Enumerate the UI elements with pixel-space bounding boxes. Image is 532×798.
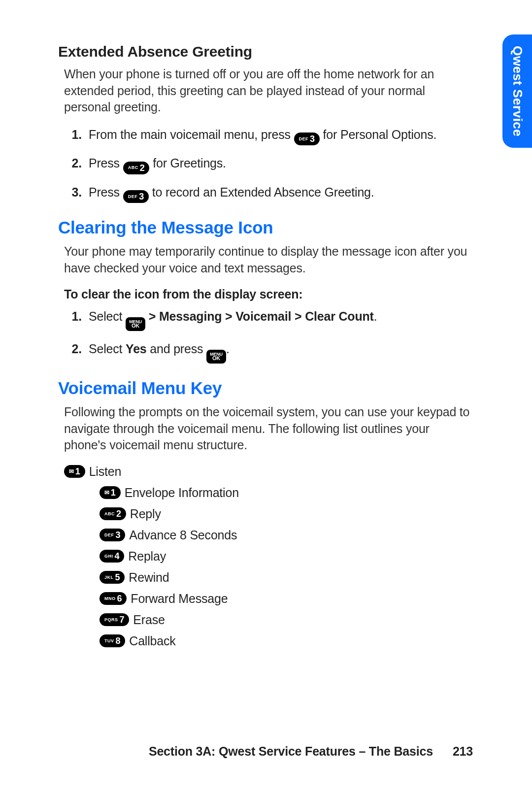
key-def3-icon: DEF3 — [100, 529, 125, 541]
menu-label: Replay — [128, 549, 166, 564]
heading-clearing-message-icon: Clearing the Message Icon — [58, 218, 473, 237]
step-item: 2. Press ABC2 for Greetings. — [64, 155, 473, 174]
step-content: Select Yes and press MENUOK. — [89, 341, 473, 364]
menu-label: Rewind — [129, 570, 169, 585]
subheading-clear-icon: To clear the icon from the display scree… — [64, 287, 473, 301]
menu-label: Reply — [130, 507, 161, 521]
menu-label: Forward Message — [131, 592, 228, 606]
steps-extended: 1. From the main voicemail menu, press D… — [64, 127, 473, 203]
steps-clearing: 1. Select MENUOK > Messaging > Voicemail… — [64, 308, 473, 364]
step-content: From the main voicemail menu, press DEF3… — [89, 127, 473, 146]
menu-path: > Messaging > Voicemail > Clear Count — [145, 309, 374, 323]
paragraph-clearing-intro: Your phone may temporarily continue to d… — [64, 243, 473, 276]
key-1-icon: ✉1 — [100, 486, 121, 499]
step-content: Press DEF3 to record an Extended Absence… — [89, 184, 473, 203]
key-def3-icon: DEF3 — [294, 133, 320, 145]
menu-label: Envelope Information — [125, 486, 239, 500]
page: Qwest Service Extended Absence Greeting … — [0, 0, 532, 798]
menu-label: Advance 8 Seconds — [129, 528, 237, 542]
step-item: 3. Press DEF3 to record an Extended Abse… — [64, 184, 473, 203]
footer-section-title: Section 3A: Qwest Service Features – The… — [149, 744, 433, 759]
key-1-icon: ✉1 — [64, 465, 85, 478]
voicemail-menu-tree: ✉1 Listen ✉1 Envelope Information ABC2 R… — [64, 465, 473, 648]
paragraph-menukey-intro: Following the prompts on the voicemail s… — [64, 404, 473, 454]
menu-item: JKL5 Rewind — [100, 570, 473, 585]
step-number: 1. — [64, 308, 82, 325]
menu-item: ✉1 Envelope Information — [100, 486, 473, 500]
menu-ok-icon: MENUOK — [126, 317, 145, 331]
menu-ok-icon: MENUOK — [206, 350, 226, 364]
step-number: 3. — [64, 184, 82, 201]
key-abc2-icon: ABC2 — [100, 507, 126, 520]
key-def3-icon: DEF3 — [123, 190, 149, 203]
menu-item: GHI4 Replay — [100, 549, 473, 564]
key-pqrs7-icon: PQRS7 — [100, 613, 129, 626]
heading-voicemail-menu-key: Voicemail Menu Key — [58, 378, 473, 398]
step-item: 1. From the main voicemail menu, press D… — [64, 127, 473, 146]
key-jkl5-icon: JKL5 — [100, 571, 125, 584]
step-content: Select MENUOK > Messaging > Voicemail > … — [89, 308, 473, 331]
page-number: 213 — [453, 744, 473, 759]
menu-item: TUV8 Callback — [100, 634, 473, 648]
key-mno6-icon: MNO6 — [100, 592, 127, 605]
step-number: 1. — [64, 127, 82, 143]
key-tuv8-icon: TUV8 — [100, 634, 125, 647]
key-ghi4-icon: GHI4 — [100, 550, 124, 563]
step-number: 2. — [64, 155, 82, 172]
key-abc2-icon: ABC2 — [123, 162, 150, 174]
page-footer: Section 3A: Qwest Service Features – The… — [0, 744, 532, 759]
menu-sub-list: ✉1 Envelope Information ABC2 Reply DEF3 … — [100, 486, 473, 648]
step-item: 2. Select Yes and press MENUOK. — [64, 341, 473, 364]
menu-item: ABC2 Reply — [100, 507, 473, 521]
menu-root-listen: ✉1 Listen — [64, 465, 473, 479]
step-content: Press ABC2 for Greetings. — [89, 155, 473, 174]
heading-extended-absence: Extended Absence Greeting — [58, 43, 473, 60]
side-tab: Qwest Service — [502, 34, 532, 148]
menu-label: Listen — [89, 465, 122, 479]
paragraph-extended-intro: When your phone is turned off or you are… — [64, 66, 473, 116]
menu-item: PQRS7 Erase — [100, 613, 473, 627]
menu-label: Erase — [133, 613, 165, 627]
menu-item: MNO6 Forward Message — [100, 592, 473, 606]
menu-item: DEF3 Advance 8 Seconds — [100, 528, 473, 542]
menu-label: Callback — [129, 634, 175, 648]
step-item: 1. Select MENUOK > Messaging > Voicemail… — [64, 308, 473, 331]
step-number: 2. — [64, 341, 82, 358]
